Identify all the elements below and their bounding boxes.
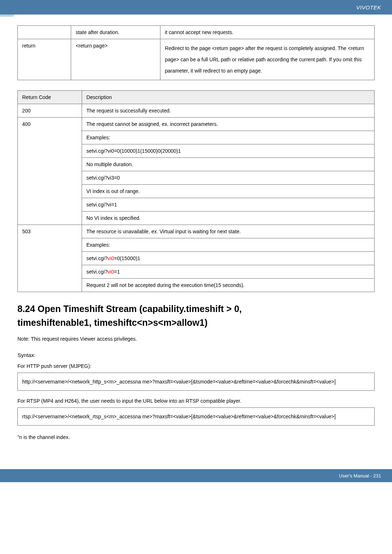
cell: The request cannot be assigned, ex. inco… <box>82 118 374 131</box>
text-red: vi0 <box>107 255 114 261</box>
cell-empty <box>18 26 71 39</box>
brand-label: VIVOTEK <box>356 4 381 11</box>
table-header-row: Return Code Description <box>18 91 375 104</box>
text: setvi.cgi? <box>86 269 107 275</box>
cell: Examples: <box>82 238 374 252</box>
cell: 503 <box>18 225 82 292</box>
note-text: Note: This request requires Viewer acces… <box>17 336 375 342</box>
cell: setvi.cgi?vi0=0(10000)1(15000)0(20000)1 <box>82 144 374 158</box>
cell: 400 <box>18 118 82 225</box>
cell: setvi.cgi?vi3=0 <box>82 171 374 185</box>
header-band: VIVOTEK <box>0 0 392 15</box>
rtsp-label: For RTSP (MP4 and H264), the user needs … <box>17 398 375 404</box>
cell: No VI index is specified. <box>82 212 374 225</box>
cell: setvi.cgi?vi0=1 <box>82 265 374 279</box>
table-row: 200 The request is successfully executed… <box>18 104 375 118</box>
cell: 200 <box>18 104 82 118</box>
syntax-label: Syntax: <box>17 352 375 358</box>
cell: state after duration. <box>71 26 160 39</box>
mjpeg-label: For HTTP push server (MJPEG): <box>17 363 375 369</box>
text: =0(15000)1 <box>114 255 140 261</box>
cell: setvi.cgi?vi0=0(15000)1 <box>82 252 374 265</box>
page-content: state after duration. it cannot accept n… <box>0 15 392 451</box>
cell: The resource is unavailable, ex. Virtual… <box>82 225 374 238</box>
section-heading: 8.24 Open Timeshift Stream (capability.t… <box>17 302 375 329</box>
cell: Redirect to the page <return page> after… <box>160 39 375 80</box>
cell: it cannot accept new requests. <box>160 26 375 39</box>
http-url-box: http://<servername>/<network_http_s<m>_a… <box>17 373 375 391</box>
cell: VI index is out of range. <box>82 185 374 198</box>
cell: The request is successfully executed. <box>82 104 374 118</box>
table-row: 400 The request cannot be assigned, ex. … <box>18 118 375 131</box>
rtsp-url-box: rtsp://<servername>/<network_rtsp_s<m>_a… <box>17 407 375 426</box>
text-red: vi0 <box>107 269 114 275</box>
cell: setvi.cgi?vi=1 <box>82 198 374 212</box>
params-table: state after duration. it cannot accept n… <box>17 25 375 80</box>
table-row: return <return page> Redirect to the pag… <box>18 39 375 80</box>
heading-line1: 8.24 Open Timeshift Stream (capability.t… <box>17 304 242 314</box>
cell: Request 2 will not be accepted during th… <box>82 279 374 292</box>
footer-text: User's Manual - 231 <box>339 473 381 479</box>
heading-line2: timeshiftenable1, timeshiftc<n>s<m>allow… <box>17 317 208 328</box>
text: =1 <box>114 269 120 275</box>
return-code-table: Return Code Description 200 The request … <box>17 90 375 292</box>
header-cell: Return Code <box>18 91 82 104</box>
cell: Examples: <box>82 131 374 144</box>
cell: No multiple duration. <box>82 158 374 171</box>
header-cell: Description <box>82 91 374 104</box>
table-row: state after duration. it cannot accept n… <box>18 26 375 39</box>
cell: <return page> <box>71 39 160 80</box>
text: setvi.cgi? <box>86 255 107 261</box>
footer-band: User's Manual - 231 <box>0 469 392 482</box>
cell: return <box>18 39 71 80</box>
footnote: "n is the channel index. <box>17 434 375 440</box>
table-row: 503 The resource is unavailable, ex. Vir… <box>18 225 375 238</box>
